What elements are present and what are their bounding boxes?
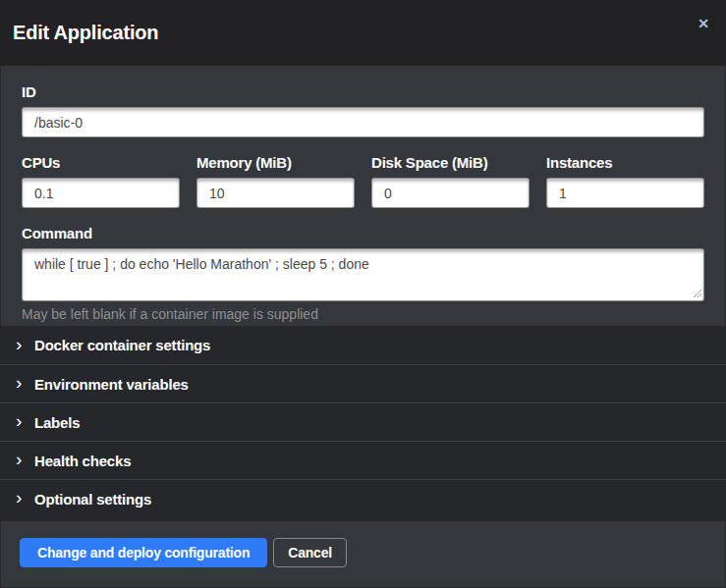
command-textarea[interactable]: while [ true ] ; do echo 'Hello Marathon… bbox=[22, 248, 704, 301]
accordion-section-label: Optional settings bbox=[34, 491, 151, 508]
accordion-section-label: Labels bbox=[34, 414, 80, 431]
cpus-label: CPUs bbox=[22, 154, 180, 172]
id-input[interactable] bbox=[22, 107, 704, 137]
close-button[interactable]: ✕ bbox=[698, 17, 709, 30]
accordion-section-label: Docker container settings bbox=[34, 337, 210, 353]
disk-space-input[interactable] bbox=[371, 178, 530, 208]
command-field-group: Command while [ true ] ; do echo 'Hello … bbox=[22, 225, 704, 322]
modal-title: Edit Application bbox=[13, 22, 158, 44]
disk-space-label: Disk Space (MiB) bbox=[371, 154, 530, 172]
accordion-section-optional-settings[interactable]: › Optional settings bbox=[0, 479, 726, 517]
cpus-field-group: CPUs bbox=[22, 154, 180, 208]
accordion-section-health-checks[interactable]: › Health checks bbox=[0, 441, 726, 479]
command-label: Command bbox=[22, 225, 704, 242]
instances-label: Instances bbox=[546, 154, 704, 172]
memory-label: Memory (MiB) bbox=[196, 154, 355, 172]
instances-input[interactable] bbox=[546, 178, 704, 208]
command-help-text: May be left blank if a container image i… bbox=[22, 306, 704, 322]
accordion-section-labels[interactable]: › Labels bbox=[0, 402, 726, 441]
disk-space-field-group: Disk Space (MiB) bbox=[371, 154, 530, 208]
id-field-group: ID bbox=[22, 83, 704, 137]
cpus-input[interactable] bbox=[22, 178, 180, 208]
instances-field-group: Instances bbox=[546, 154, 704, 208]
accordion-section-docker-container-settings[interactable]: › Docker container settings bbox=[0, 326, 726, 364]
accordion-section-label: Health checks bbox=[34, 453, 131, 469]
modal-header: Edit Application ✕ bbox=[0, 0, 726, 66]
accordion-section-label: Environment variables bbox=[34, 376, 189, 393]
form-body: ID CPUs Memory (MiB) Disk Space (MiB) In… bbox=[0, 66, 726, 326]
accordion-section-environment-variables[interactable]: › Environment variables bbox=[0, 364, 726, 402]
memory-input[interactable] bbox=[196, 178, 355, 208]
close-icon: ✕ bbox=[698, 16, 709, 31]
edit-application-modal: Edit Application ✕ ID CPUs Memory (MiB) … bbox=[0, 0, 726, 588]
change-and-deploy-button[interactable]: Change and deploy configuration bbox=[20, 538, 267, 567]
accordion: › Docker container settings › Environmen… bbox=[0, 326, 726, 521]
id-label: ID bbox=[22, 83, 704, 101]
cancel-button[interactable]: Cancel bbox=[273, 538, 347, 567]
resources-row: CPUs Memory (MiB) Disk Space (MiB) Insta… bbox=[22, 154, 704, 208]
memory-field-group: Memory (MiB) bbox=[196, 154, 355, 208]
modal-footer: Change and deploy configuration Cancel bbox=[0, 521, 726, 588]
